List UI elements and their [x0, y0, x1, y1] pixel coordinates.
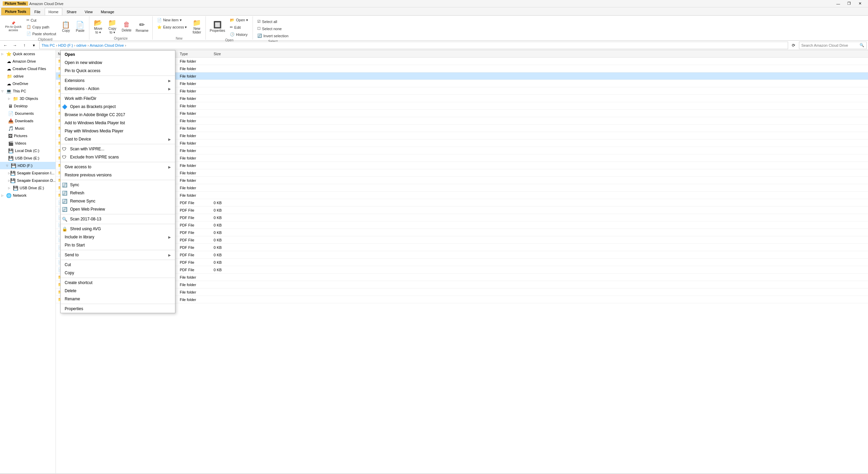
- refresh-button[interactable]: ⟳: [789, 41, 798, 49]
- table-row[interactable]: 📁 Videos File folder: [56, 288, 868, 296]
- sidebar-item-desktop[interactable]: 🖥 Desktop: [0, 102, 56, 110]
- ctx-open[interactable]: Open: [61, 50, 175, 59]
- sidebar-item-creative-cloud[interactable]: ☁ Creative Cloud Files: [0, 65, 56, 72]
- table-row[interactable]: 📁 2017-08-11 3/12/2018 10:19 PM File fol…: [56, 65, 868, 72]
- sidebar-item-downloads[interactable]: 📥 Downloads: [0, 117, 56, 125]
- ctx-scan-vipre[interactable]: 🛡 Scan with VIPRE...: [61, 145, 175, 153]
- ctx-create-shortcut[interactable]: Create shortcut: [61, 279, 175, 287]
- ctx-pin-quick-access[interactable]: Pin to Quick access: [61, 67, 175, 75]
- sidebar-item-documents[interactable]: 📄 Documents: [0, 110, 56, 117]
- ctx-exclude-vipre[interactable]: 🛡 Exclude from VIPRE scans: [61, 153, 175, 161]
- table-row[interactable]: 📄 2017-06-04 PDF File 0 KB: [56, 207, 868, 214]
- table-row[interactable]: 📄 2017-08-05 PDF File 0 KB: [56, 259, 868, 266]
- col-header-size[interactable]: Size: [212, 52, 239, 56]
- ctx-work-file[interactable]: Work with File/Dir: [61, 94, 175, 103]
- ctx-extensions-action[interactable]: Extensions - Action ▶: [61, 85, 175, 93]
- table-row[interactable]: 📄 2017-08-01 PDF File 0 KB: [56, 236, 868, 244]
- table-row[interactable]: 📁 2017-09-17 File folder: [56, 139, 868, 147]
- ctx-send-to[interactable]: Send to ▶: [61, 251, 175, 259]
- table-row[interactable]: 📄 2017-06-06 PDF File 0 KB: [56, 214, 868, 221]
- paste-button[interactable]: 📄 Paste: [73, 17, 87, 36]
- breadcrumb-amazon[interactable]: Amazon Cloud Drive: [90, 43, 124, 47]
- move-to-button[interactable]: 📂 Moveto ▾: [91, 17, 105, 36]
- ctx-extensions[interactable]: Extensions ▶: [61, 77, 175, 85]
- ctx-web-preview[interactable]: 🔄 Open Web Preview: [61, 205, 175, 213]
- table-row[interactable]: 📁 2017-09-26 File folder: [56, 177, 868, 184]
- sidebar-item-pictures[interactable]: 🖼 Pictures: [0, 132, 56, 139]
- breadcrumb[interactable]: This PC › HDD (F:) › odrive › Amazon Clo…: [39, 42, 788, 49]
- table-row[interactable]: 📁 2017-09-11 File folder: [56, 125, 868, 132]
- search-bar[interactable]: 🔍: [799, 42, 867, 49]
- copy-to-button[interactable]: 📁 Copyto ▾: [106, 17, 119, 36]
- tab-home[interactable]: Home: [45, 8, 62, 15]
- sidebar-item-quick-access[interactable]: ▷ ⭐ Quick access: [0, 50, 56, 58]
- invert-selection-button[interactable]: 🔄 Invert selection: [255, 33, 291, 39]
- breadcrumb-pc[interactable]: This PC: [42, 43, 55, 47]
- ctx-wmp-add[interactable]: Add to Windows Media Player list: [61, 119, 175, 127]
- tab-manage[interactable]: Manage: [97, 8, 118, 15]
- table-row[interactable]: 📁 Documents File folder: [56, 274, 868, 281]
- ctx-remove-sync[interactable]: 🔄 Remove Sync: [61, 197, 175, 205]
- table-row[interactable]: 📁 Year 2 - 12 File folder: [56, 296, 868, 303]
- ctx-include-library[interactable]: Include in library ▶: [61, 233, 175, 241]
- minimize-button[interactable]: —: [833, 0, 844, 7]
- sidebar-item-videos[interactable]: 🎬 Videos: [0, 139, 56, 147]
- delete-button[interactable]: 🗑 Delete: [120, 17, 133, 36]
- ctx-cut[interactable]: Cut: [61, 261, 175, 269]
- search-input[interactable]: [801, 43, 860, 47]
- sidebar-item-seagate-1[interactable]: ▷ 💾 Seagate Expansion I...: [0, 169, 56, 177]
- table-row[interactable]: 📁 2017-08-21 File folder: [56, 87, 868, 95]
- table-row[interactable]: 📄 2017-06-07 PDF File 0 KB: [56, 221, 868, 229]
- ctx-wmp-play[interactable]: Play with Windows Media Player: [61, 127, 175, 135]
- sidebar-item-3d-objects[interactable]: ▷ 📁 3D Objects: [0, 95, 56, 102]
- history-button[interactable]: 🕒 History: [227, 31, 251, 38]
- sidebar-item-this-pc[interactable]: ▽ 💻 This PC: [0, 87, 56, 95]
- sidebar-item-usb-e2[interactable]: ▷ 💾 USB Drive (E:): [0, 184, 56, 192]
- up-button[interactable]: ↑: [20, 41, 28, 49]
- ctx-pin-start[interactable]: Pin to Start: [61, 241, 175, 249]
- sidebar-item-amazon-drive[interactable]: ☁ Amazon Drive: [0, 58, 56, 65]
- tab-view[interactable]: View: [81, 8, 96, 15]
- ctx-open-new-window[interactable]: Open in new window: [61, 59, 175, 67]
- ctx-scan-folder[interactable]: 🔍 Scan 2017-08-13: [61, 215, 175, 223]
- tab-file[interactable]: File: [31, 8, 44, 15]
- easy-access-button[interactable]: ⭐ Easy access ▾: [155, 24, 190, 30]
- open-button[interactable]: 📂 Open ▾: [227, 17, 251, 23]
- sidebar-item-odrive[interactable]: 📁 odrive: [0, 72, 56, 80]
- sidebar-item-usb-e[interactable]: 💾 USB Drive (E:): [0, 154, 56, 162]
- close-button[interactable]: ✕: [854, 0, 865, 7]
- table-row[interactable]: 📁 2017-09-02 File folder: [56, 110, 868, 117]
- ctx-properties[interactable]: Properties: [61, 305, 175, 313]
- new-item-button[interactable]: 📄 New item ▾: [155, 17, 190, 23]
- table-row[interactable]: 📁 2017-08-27 File folder: [56, 102, 868, 110]
- cut-button[interactable]: ✂ Cut: [24, 17, 59, 23]
- table-row[interactable]: 📁 2017-08-14 File folder: [56, 80, 868, 87]
- ctx-shred-avg[interactable]: 🔒 Shred using AVG: [61, 225, 175, 233]
- table-row[interactable]: 📁 Pictures File folder: [56, 281, 868, 288]
- table-row[interactable]: 📁 2017-08-07 3/6/2018 7:23 PM File folde…: [56, 58, 868, 65]
- table-row[interactable]: 📁 2017-09-04 File folder: [56, 117, 868, 125]
- table-row[interactable]: 📁 2017-09-25 File folder: [56, 169, 868, 177]
- table-row[interactable]: 📄 2017-04-15 PDF File 0 KB: [56, 199, 868, 207]
- ctx-adobe-bridge[interactable]: Browse in Adobe Bridge CC 2017: [61, 111, 175, 119]
- sidebar-item-seagate-2[interactable]: ▷ 💾 Seagate Expansion D...: [0, 177, 56, 184]
- breadcrumb-odrive[interactable]: odrive: [76, 43, 86, 47]
- sidebar-item-local-c[interactable]: 💾 Local Disk (C:): [0, 147, 56, 154]
- pin-to-quick-access-button[interactable]: 📌 Pin to Quickaccess: [3, 17, 23, 36]
- ctx-sync[interactable]: 🔄 Sync: [61, 181, 175, 189]
- table-row[interactable]: 📁 2017-09-23 File folder: [56, 162, 868, 169]
- ctx-copy[interactable]: Copy: [61, 269, 175, 277]
- ctx-brackets[interactable]: 🔷 Open as Brackets project: [61, 103, 175, 111]
- sidebar-item-onedrive[interactable]: ☁ OneDrive: [0, 80, 56, 87]
- select-all-button[interactable]: ☑ Select all: [255, 18, 291, 25]
- sidebar-item-network[interactable]: ▷ 🌐 Network: [0, 192, 56, 199]
- copy-button[interactable]: 📋 Copy: [59, 17, 73, 36]
- select-none-button[interactable]: ☐ Select none: [255, 25, 291, 32]
- ctx-delete[interactable]: Delete: [61, 287, 175, 295]
- ctx-restore-versions[interactable]: Restore previous versions: [61, 171, 175, 179]
- rename-button[interactable]: ✏ Rename: [134, 17, 150, 36]
- paste-shortcut-button[interactable]: 📄 Paste shortcut: [24, 30, 59, 37]
- ctx-refresh[interactable]: 🔄 Refresh: [61, 189, 175, 197]
- tab-share[interactable]: Share: [63, 8, 80, 15]
- ctx-rename[interactable]: Rename: [61, 295, 175, 303]
